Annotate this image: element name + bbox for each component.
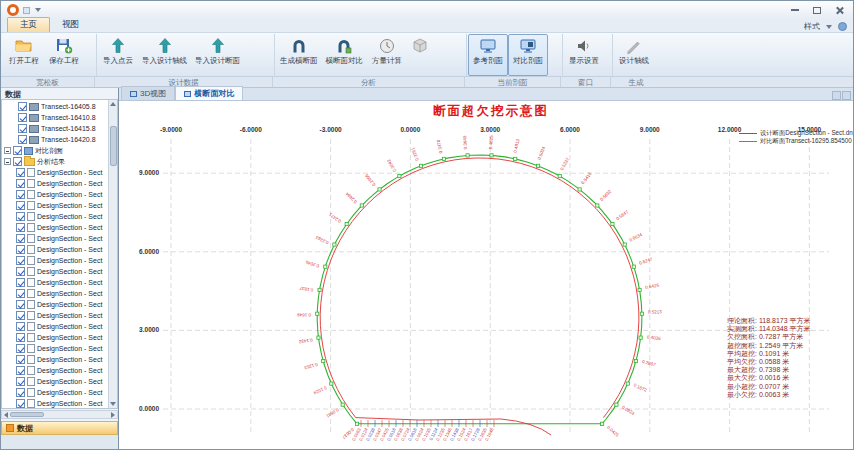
- save-project-button[interactable]: 保存工程: [44, 34, 84, 76]
- tree-item[interactable]: DesignSection - Sect: [2, 365, 108, 376]
- tree-item[interactable]: DesignSection - Sect: [2, 321, 108, 332]
- tree-item[interactable]: Transect-16405.8: [2, 101, 108, 112]
- close-button[interactable]: [829, 4, 849, 17]
- chart-area[interactable]: 断面超欠挖示意图 -9.0000-6.0000-3.00000.00003.00…: [119, 101, 853, 450]
- tree-item[interactable]: DesignSection - Sect: [2, 310, 108, 321]
- checkbox[interactable]: [16, 267, 25, 276]
- tree-item[interactable]: DesignSection - Sect: [2, 376, 108, 387]
- checkbox[interactable]: [16, 311, 25, 320]
- checkbox[interactable]: [16, 201, 25, 210]
- scroll-down-icon[interactable]: [110, 402, 116, 406]
- generate-section-button[interactable]: 生成横断面: [276, 34, 322, 76]
- tab-cross-section-compare[interactable]: 横断面对比: [175, 86, 243, 100]
- tree-item-label: Transect-16405.8: [41, 103, 96, 110]
- reference-profile-button[interactable]: 参考剖面: [468, 34, 508, 76]
- scroll-thumb[interactable]: [10, 412, 44, 417]
- checkbox[interactable]: [18, 102, 27, 111]
- model-cube-button[interactable]: [407, 34, 433, 76]
- tree-vertical-scrollbar[interactable]: [108, 100, 117, 408]
- checkbox[interactable]: [13, 146, 22, 155]
- tree-horizontal-scrollbar[interactable]: [1, 410, 118, 419]
- checkbox[interactable]: [16, 344, 25, 353]
- style-dropdown[interactable]: 样式: [804, 21, 820, 32]
- tree-item[interactable]: DesignSection - Sect: [2, 211, 108, 222]
- tree-item[interactable]: DesignSection - Sect: [2, 189, 108, 200]
- checkbox[interactable]: [16, 256, 25, 265]
- quick-access-caret-icon[interactable]: [35, 8, 41, 12]
- app-logo-icon[interactable]: [7, 4, 19, 16]
- tree-item[interactable]: DesignSection - Sect: [2, 266, 108, 277]
- import-design-axis-button[interactable]: 导入设计轴线: [138, 34, 191, 76]
- tab-scroll-right-button[interactable]: [842, 91, 851, 100]
- checkbox[interactable]: [18, 113, 27, 122]
- checkbox[interactable]: [13, 157, 22, 166]
- tree-item[interactable]: DesignSection - Sect: [2, 255, 108, 266]
- compare-profile-button[interactable]: 对比剖面: [508, 34, 548, 76]
- tree-item[interactable]: DesignSection - Sect: [2, 178, 108, 189]
- tree-item[interactable]: Transect-16410.8: [2, 112, 108, 123]
- tree-item[interactable]: 对比剖面: [2, 145, 108, 156]
- data-panel-button[interactable]: 数据: [1, 421, 118, 435]
- ribbon-group-generate: 设计轴线: [613, 34, 663, 76]
- checkbox[interactable]: [16, 366, 25, 375]
- tree-item[interactable]: DesignSection - Sect: [2, 387, 108, 398]
- tree-item[interactable]: Transect-16415.8: [2, 123, 108, 134]
- tab-view[interactable]: 视图: [50, 18, 91, 32]
- tree-item[interactable]: DesignSection - Sect: [2, 332, 108, 343]
- tree-item[interactable]: DesignSection - Sect: [2, 343, 108, 354]
- checkbox[interactable]: [18, 124, 27, 133]
- scroll-left-icon[interactable]: [4, 412, 8, 418]
- checkbox[interactable]: [16, 223, 25, 232]
- checkbox[interactable]: [16, 377, 25, 386]
- compare-section-button[interactable]: 横断面对比: [322, 34, 368, 76]
- checkbox[interactable]: [16, 245, 25, 254]
- expand-icon[interactable]: [4, 158, 11, 165]
- tab-home[interactable]: 主页: [7, 17, 50, 32]
- checkbox[interactable]: [18, 135, 27, 144]
- tree-item[interactable]: DesignSection - Sect: [2, 244, 108, 255]
- checkbox[interactable]: [16, 234, 25, 243]
- design-axis-button[interactable]: 设计轴线: [614, 34, 654, 76]
- import-design-section-button[interactable]: 导入设计断面: [191, 34, 244, 76]
- maximize-button[interactable]: [807, 4, 827, 17]
- tree-item[interactable]: DesignSection - Sect: [2, 222, 108, 233]
- tree-item[interactable]: DesignSection - Sect: [2, 277, 108, 288]
- stat-row: 最大欠挖: 0.0016 米: [727, 374, 811, 382]
- tree-item[interactable]: DesignSection - Sect: [2, 398, 108, 408]
- quick-access-icon[interactable]: [23, 7, 30, 14]
- tab-scroll-left-button[interactable]: [832, 91, 841, 100]
- tree-item[interactable]: DesignSection - Sect: [2, 299, 108, 310]
- scroll-thumb[interactable]: [110, 126, 117, 166]
- svg-text:0.4036: 0.4036: [647, 334, 662, 341]
- tree-item[interactable]: 分析结果: [2, 156, 108, 167]
- checkbox[interactable]: [16, 333, 25, 342]
- import-pointcloud-button[interactable]: 导入点云: [98, 34, 138, 76]
- scroll-right-icon[interactable]: [111, 412, 115, 418]
- minimize-button[interactable]: [785, 4, 805, 17]
- checkbox[interactable]: [16, 179, 25, 188]
- checkbox[interactable]: [16, 289, 25, 298]
- tree-item[interactable]: DesignSection - Sect: [2, 354, 108, 365]
- tab-3d-view[interactable]: 3D视图: [121, 86, 175, 100]
- checkbox[interactable]: [16, 300, 25, 309]
- tree-item[interactable]: DesignSection - Sect: [2, 288, 108, 299]
- checkbox[interactable]: [16, 212, 25, 221]
- checkbox[interactable]: [16, 322, 25, 331]
- help-icon[interactable]: [838, 22, 847, 31]
- tree-item[interactable]: DesignSection - Sect: [2, 167, 108, 178]
- open-project-button[interactable]: 打开工程: [4, 34, 44, 76]
- tree-item[interactable]: Transect-16420.8: [2, 134, 108, 145]
- scroll-up-icon[interactable]: [110, 102, 116, 106]
- checkbox[interactable]: [16, 399, 25, 408]
- style-caret-icon[interactable]: [826, 25, 832, 29]
- tree-item[interactable]: DesignSection - Sect: [2, 200, 108, 211]
- tree-item[interactable]: DesignSection - Sect: [2, 233, 108, 244]
- checkbox[interactable]: [16, 168, 25, 177]
- checkbox[interactable]: [16, 355, 25, 364]
- volume-calc-button[interactable]: 方量计算: [367, 34, 407, 76]
- checkbox[interactable]: [16, 388, 25, 397]
- checkbox[interactable]: [16, 190, 25, 199]
- display-settings-button[interactable]: 显示设置: [564, 34, 604, 76]
- checkbox[interactable]: [16, 278, 25, 287]
- expand-icon[interactable]: [4, 147, 11, 154]
